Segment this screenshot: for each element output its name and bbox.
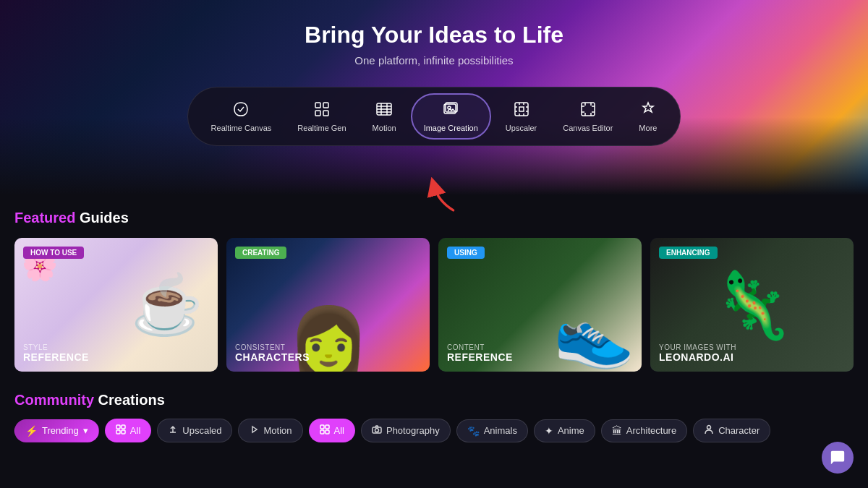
card3-text: CONTENT REFERENCE [447,343,513,363]
svg-rect-18 [326,430,329,434]
filter-upscaled[interactable]: Upscaled [157,419,232,442]
filter-architecture[interactable]: 🏛 Architecture [601,419,687,442]
nav-item-realtime-gen[interactable]: Realtime Gen [286,95,357,138]
card3-badge: Using [447,247,485,259]
hero-section: Bring Your Ideas to Life One platform, i… [0,0,868,195]
svg-rect-1 [323,103,328,108]
trending-dropdown-icon: ▾ [83,425,88,436]
canvas-editor-label: Canvas Editor [563,124,613,132]
anime-label: Anime [558,425,584,436]
trending-icon: ⚡ [25,425,38,437]
chat-bubble-button[interactable] [822,442,854,474]
motion-filter-label: Motion [263,425,292,436]
image-creation-label: Image Creation [424,124,478,132]
canvas-editor-icon [579,100,597,121]
community-creations-section: Community Creations ⚡ Trending ▾ All [0,380,868,451]
filter-anime[interactable]: ✦ Anime [534,419,595,442]
filter-character[interactable]: Character [693,419,770,442]
guide-card-content-reference[interactable]: Using CONTENT REFERENCE [438,238,642,372]
card2-line2: CHARACTERS [235,351,310,363]
upscaler-label: Upscaler [506,124,537,132]
trending-label: Trending [42,425,79,436]
svg-rect-0 [315,103,320,108]
upscaler-icon [513,100,530,121]
nav-item-more[interactable]: More [627,95,668,138]
guide-card-leonardo-ai[interactable]: Enhancing YOUR IMAGES WITH LEONARDO.AI [650,238,854,372]
svg-rect-11 [116,425,120,429]
architecture-label: Architecture [626,425,676,436]
realtime-gen-label: Realtime Gen [297,124,346,132]
photography-label: Photography [386,425,440,436]
card1-badge: How to Use [23,247,84,259]
card4-text: YOUR IMAGES WITH LEONARDO.AI [659,343,736,363]
realtime-canvas-icon [232,100,250,121]
all1-label: All [130,425,140,436]
card2-badge: Creating [235,247,286,259]
realtime-canvas-label: Realtime Canvas [211,124,272,132]
svg-rect-16 [326,425,329,429]
svg-point-21 [707,426,711,429]
filter-trending[interactable]: ⚡ Trending ▾ [14,419,99,442]
community-title: Community Creations [14,392,854,408]
filter-photography[interactable]: Photography [361,419,451,442]
upscaled-filter-icon [168,424,178,437]
all2-label: All [334,425,344,436]
card4-badge: Enhancing [659,247,718,259]
realtime-gen-icon [313,100,331,121]
photography-icon [372,424,382,437]
anime-icon: ✦ [545,425,553,437]
all2-icon [320,424,330,437]
svg-rect-17 [320,430,324,434]
nav-item-canvas-editor[interactable]: Canvas Editor [551,95,624,138]
nav-toolbar: Realtime Canvas Realtime Gen Motion [187,87,681,146]
arrow-annotation [412,177,470,216]
motion-label: Motion [373,124,396,132]
filter-all-1[interactable]: All [105,419,151,442]
guides-row: How to Use STYLE REFERENCE Creating CONS… [14,238,854,372]
nav-item-image-creation[interactable]: Image Creation [411,93,491,140]
hero-subtitle: One platform, infinite possibilities [354,54,513,67]
filter-all-2[interactable]: All [309,419,355,442]
more-icon [639,100,657,121]
featured-guides-section: Featured Guides How to Use STYLE REFEREN… [0,195,868,380]
animals-label: Animals [484,425,517,436]
all1-icon [116,424,126,437]
svg-rect-3 [323,111,328,116]
svg-rect-9 [582,103,595,116]
title-featured: Featured [14,210,75,226]
card2-text: CONSISTENT CHARACTERS [235,343,310,363]
filter-animals[interactable]: 🐾 Animals [456,419,528,442]
card3-line1: CONTENT [447,343,513,351]
card4-line1: YOUR IMAGES WITH [659,343,736,351]
upscaled-label: Upscaled [182,425,221,436]
nav-item-upscaler[interactable]: Upscaler [494,95,548,138]
nav-item-realtime-canvas[interactable]: Realtime Canvas [200,95,284,138]
motion-filter-icon [249,424,259,437]
card4-line2: LEONARDO.AI [659,351,736,363]
architecture-icon: 🏛 [612,425,622,437]
creations-label: Creations [98,392,165,408]
svg-rect-13 [116,430,120,434]
title-guides: Guides [80,210,129,226]
svg-rect-15 [320,425,324,429]
guide-card-style-reference[interactable]: How to Use STYLE REFERENCE [14,238,218,372]
card3-line2: REFERENCE [447,351,513,363]
filter-motion[interactable]: Motion [238,419,302,442]
svg-rect-8 [515,103,528,116]
guide-card-consistent-characters[interactable]: Creating CONSISTENT CHARACTERS [226,238,430,372]
community-word: Community [14,392,94,408]
card1-line1: STYLE [23,343,89,351]
hero-title: Bring Your Ideas to Life [305,22,563,48]
character-icon [704,424,714,437]
svg-rect-14 [122,430,125,434]
svg-rect-2 [315,111,320,116]
more-label: More [639,124,657,132]
character-label: Character [718,425,760,436]
nav-item-motion[interactable]: Motion [361,95,408,138]
card2-line1: CONSISTENT [235,343,310,351]
animals-icon: 🐾 [467,425,480,437]
svg-rect-12 [122,425,125,429]
filter-bar: ⚡ Trending ▾ All [14,419,854,442]
card1-line2: REFERENCE [23,351,89,363]
motion-icon [375,100,393,121]
